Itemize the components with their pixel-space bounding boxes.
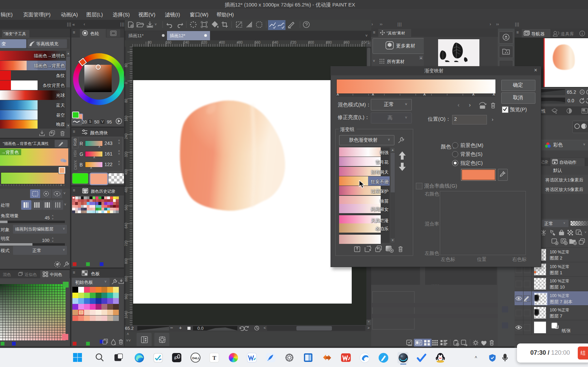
svg-text:T: T [212, 355, 216, 361]
svg-text:DeLL: DeLL [192, 356, 200, 360]
svg-text:iP: iP [174, 355, 178, 361]
